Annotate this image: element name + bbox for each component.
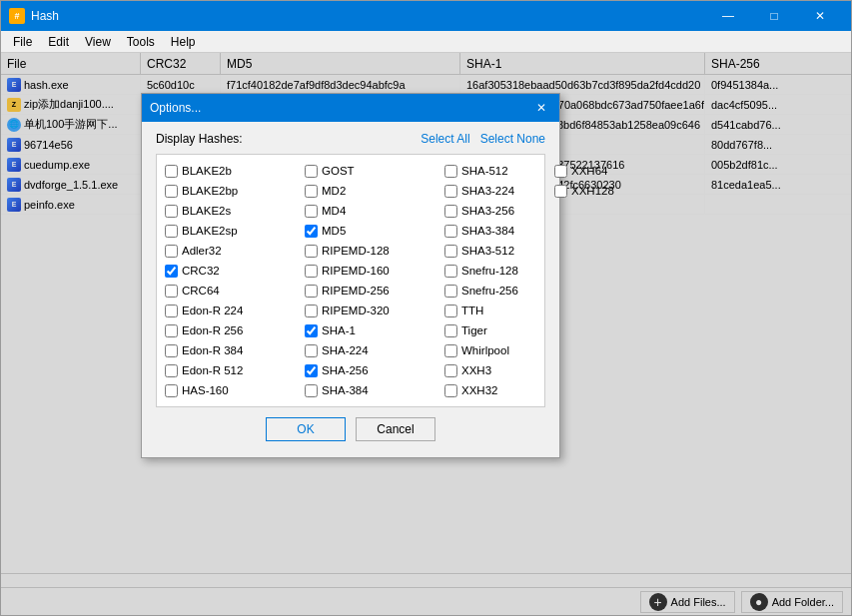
checkbox-sha3256[interactable]: [444, 205, 457, 218]
checkbox-ripemd128[interactable]: [305, 245, 318, 258]
checkbox-item[interactable]: Edon-R 384: [165, 340, 305, 360]
checkbox-gost[interactable]: [305, 165, 318, 178]
checkbox-whirlpool[interactable]: [444, 344, 457, 357]
checkbox-item[interactable]: [554, 201, 634, 221]
checkbox-item[interactable]: SHA-1: [305, 320, 444, 340]
checkbox-ripemd320[interactable]: [305, 305, 318, 317]
checkbox-item[interactable]: SHA3-512: [444, 241, 554, 261]
menu-file[interactable]: File: [5, 33, 40, 51]
checkbox-xxh3[interactable]: [444, 364, 457, 377]
checkbox-xxh128[interactable]: [554, 185, 567, 198]
ok-button[interactable]: OK: [266, 417, 346, 441]
checkbox-item[interactable]: SHA3-224: [444, 181, 554, 201]
checkbox-item[interactable]: Tiger: [444, 320, 554, 340]
checkbox-item[interactable]: SHA-256: [305, 360, 444, 380]
checkbox-xxh64[interactable]: [554, 165, 567, 178]
checkbox-crc32[interactable]: [165, 265, 178, 278]
checkbox-item[interactable]: [554, 320, 634, 340]
checkbox-sha3512[interactable]: [444, 245, 457, 258]
checkbox-item[interactable]: RIPEMD-320: [305, 301, 444, 320]
checkbox-crc64[interactable]: [165, 285, 178, 298]
checkbox-item[interactable]: BLAKE2bp: [165, 181, 305, 201]
checkbox-item[interactable]: MD4: [305, 201, 444, 221]
checkbox-item[interactable]: TTH: [444, 301, 554, 320]
menu-help[interactable]: Help: [163, 33, 204, 51]
checkbox-item[interactable]: MD5: [305, 221, 444, 241]
checkbox-snefru256[interactable]: [444, 285, 457, 298]
checkbox-item[interactable]: RIPEMD-256: [305, 281, 444, 301]
checkbox-item[interactable]: SHA-512: [444, 161, 554, 181]
checkbox-item[interactable]: MD2: [305, 181, 444, 201]
checkbox-sha224[interactable]: [305, 344, 318, 357]
checkbox-sha1[interactable]: [305, 324, 318, 337]
menu-edit[interactable]: Edit: [40, 33, 77, 51]
checkbox-item[interactable]: [554, 261, 634, 281]
checkbox-item[interactable]: XXH64: [554, 161, 634, 181]
checkbox-item[interactable]: BLAKE2s: [165, 201, 305, 221]
checkbox-ripemd256[interactable]: [305, 285, 318, 298]
checkbox-item[interactable]: Snefru-256: [444, 281, 554, 301]
checkbox-item[interactable]: Edon-R 224: [165, 301, 305, 320]
checkbox-item[interactable]: XXH3: [444, 360, 554, 380]
checkbox-item[interactable]: SHA3-256: [444, 201, 554, 221]
checkbox-tth[interactable]: [444, 305, 457, 317]
checkbox-tiger[interactable]: [444, 324, 457, 337]
checkbox-item[interactable]: CRC64: [165, 281, 305, 301]
menu-view[interactable]: View: [77, 33, 119, 51]
checkbox-item[interactable]: [554, 221, 634, 241]
checkbox-edonr384[interactable]: [165, 344, 178, 357]
select-all-link[interactable]: Select All: [421, 132, 469, 146]
checkbox-item[interactable]: HAS-160: [165, 380, 305, 400]
checkbox-item[interactable]: Edon-R 256: [165, 320, 305, 340]
checkbox-adler32[interactable]: [165, 245, 178, 258]
checkbox-item[interactable]: RIPEMD-128: [305, 241, 444, 261]
checkbox-edonr512[interactable]: [165, 364, 178, 377]
checkbox-item[interactable]: [554, 380, 634, 400]
checkbox-item[interactable]: [554, 281, 634, 301]
checkbox-sha3384[interactable]: [444, 225, 457, 238]
checkbox-has160[interactable]: [165, 384, 178, 397]
select-none-link[interactable]: Select None: [480, 132, 545, 146]
checkbox-blake2s[interactable]: [165, 205, 178, 218]
checkbox-item[interactable]: Snefru-128: [444, 261, 554, 281]
checkbox-edonr256[interactable]: [165, 324, 178, 337]
checkbox-item[interactable]: BLAKE2b: [165, 161, 305, 181]
checkbox-item[interactable]: SHA-384: [305, 380, 444, 400]
dialog-close-button[interactable]: ✕: [531, 98, 551, 118]
checkbox-item[interactable]: [554, 301, 634, 320]
checkbox-item[interactable]: CRC32: [165, 261, 305, 281]
checkbox-sha256[interactable]: [305, 364, 318, 377]
checkbox-blake2sp[interactable]: [165, 225, 178, 238]
cancel-button[interactable]: Cancel: [356, 417, 435, 441]
checkbox-blake2b[interactable]: [165, 165, 178, 178]
checkbox-sha512[interactable]: [444, 165, 457, 178]
checkbox-md5[interactable]: [305, 225, 318, 238]
close-button[interactable]: ✕: [797, 1, 843, 31]
menu-tools[interactable]: Tools: [119, 33, 163, 51]
checkbox-label-edonr224: Edon-R 224: [182, 305, 243, 316]
checkbox-blake2bp[interactable]: [165, 185, 178, 198]
checkbox-md4[interactable]: [305, 205, 318, 218]
checkbox-item[interactable]: SHA3-384: [444, 221, 554, 241]
checkbox-item[interactable]: XXH128: [554, 181, 634, 201]
checkbox-item[interactable]: XXH32: [444, 380, 554, 400]
checkbox-ripemd160[interactable]: [305, 265, 318, 278]
checkbox-item[interactable]: RIPEMD-160: [305, 261, 444, 281]
checkbox-xxh32[interactable]: [444, 384, 457, 397]
checkbox-sha384[interactable]: [305, 384, 318, 397]
checkbox-item[interactable]: [554, 241, 634, 261]
checkbox-item[interactable]: Whirlpool: [444, 340, 554, 360]
checkbox-sha3224[interactable]: [444, 185, 457, 198]
checkbox-item[interactable]: [554, 340, 634, 360]
checkbox-item[interactable]: [554, 360, 634, 380]
maximize-button[interactable]: □: [751, 1, 797, 31]
checkbox-snefru128[interactable]: [444, 265, 457, 278]
checkbox-item[interactable]: GOST: [305, 161, 444, 181]
checkbox-edonr224[interactable]: [165, 305, 178, 317]
checkbox-item[interactable]: SHA-224: [305, 340, 444, 360]
minimize-button[interactable]: —: [705, 1, 751, 31]
checkbox-item[interactable]: Adler32: [165, 241, 305, 261]
checkbox-item[interactable]: Edon-R 512: [165, 360, 305, 380]
checkbox-md2[interactable]: [305, 185, 318, 198]
checkbox-item[interactable]: BLAKE2sp: [165, 221, 305, 241]
